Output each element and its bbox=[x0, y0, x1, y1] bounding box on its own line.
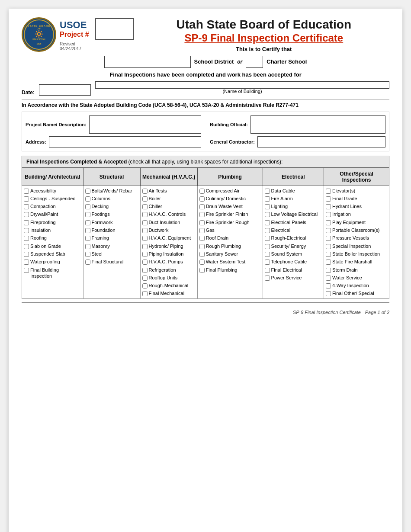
plumbing-checkbox[interactable] bbox=[199, 244, 205, 249]
mechanical-checkbox[interactable] bbox=[142, 236, 148, 241]
mechanical-checkbox[interactable] bbox=[142, 189, 148, 194]
address-input[interactable] bbox=[49, 136, 201, 147]
other-checkbox[interactable] bbox=[326, 196, 331, 202]
list-item: Fire Sprinkler Rough bbox=[199, 218, 261, 226]
structural-checkbox[interactable] bbox=[85, 220, 90, 225]
general-contractor-input[interactable] bbox=[257, 136, 385, 147]
plumbing-checkbox[interactable] bbox=[199, 252, 205, 257]
mechanical-checkbox[interactable] bbox=[142, 244, 148, 249]
plumbing-checkbox[interactable] bbox=[199, 268, 205, 273]
plumbing-checkbox[interactable] bbox=[199, 220, 205, 225]
plumbing-checkbox[interactable] bbox=[199, 228, 205, 233]
electrical-checkbox[interactable] bbox=[265, 276, 270, 281]
list-item: Accessibility bbox=[24, 187, 81, 195]
electrical-checkbox[interactable] bbox=[265, 252, 270, 257]
plumbing-checkbox[interactable] bbox=[199, 212, 205, 217]
list-item: Final Electrical bbox=[265, 266, 322, 274]
other-checkbox[interactable] bbox=[326, 244, 331, 249]
electrical-checkbox[interactable] bbox=[265, 228, 270, 233]
plumbing-checkbox[interactable] bbox=[199, 260, 205, 265]
mechanical-checkbox[interactable] bbox=[142, 228, 148, 233]
project-number-input[interactable] bbox=[95, 18, 134, 40]
plumbing-checkbox[interactable] bbox=[199, 189, 205, 194]
list-item: Hydrant Lines bbox=[326, 202, 387, 210]
other-checkbox[interactable] bbox=[326, 212, 331, 217]
list-item: Special Inspection bbox=[326, 242, 387, 250]
building-checkbox[interactable] bbox=[24, 260, 29, 265]
building-checkbox[interactable] bbox=[24, 252, 29, 257]
structural-checkbox[interactable] bbox=[85, 228, 90, 233]
plumbing-checkbox[interactable] bbox=[199, 204, 205, 209]
other-checkbox[interactable] bbox=[326, 252, 331, 257]
other-checkbox[interactable] bbox=[326, 189, 331, 194]
structural-checkbox[interactable] bbox=[85, 252, 90, 257]
structural-checkbox[interactable] bbox=[85, 236, 90, 241]
electrical-checkbox[interactable] bbox=[265, 268, 270, 273]
mechanical-checkbox[interactable] bbox=[142, 212, 148, 217]
building-checkbox[interactable] bbox=[24, 244, 29, 249]
structural-checkbox[interactable] bbox=[85, 196, 90, 202]
mechanical-checkbox[interactable] bbox=[142, 252, 148, 257]
mechanical-checkbox[interactable] bbox=[142, 196, 148, 202]
mechanical-checkbox[interactable] bbox=[142, 268, 148, 273]
other-checkbox[interactable] bbox=[326, 204, 331, 209]
other-checkbox[interactable] bbox=[326, 220, 331, 225]
structural-checkbox[interactable] bbox=[85, 212, 90, 217]
list-item: Final Mechanical bbox=[142, 289, 196, 297]
other-checkbox[interactable] bbox=[326, 291, 331, 296]
other-checkbox[interactable] bbox=[326, 236, 331, 241]
list-item: Final Plumbing bbox=[199, 266, 261, 274]
building-name-input[interactable] bbox=[95, 81, 389, 89]
school-district-input[interactable] bbox=[104, 56, 191, 68]
building-checkbox[interactable] bbox=[24, 228, 29, 233]
electrical-col: Data CableFire AlarmLightingLow Voltage … bbox=[263, 186, 324, 298]
list-item: Power Service bbox=[265, 274, 322, 282]
charter-school-input[interactable] bbox=[246, 56, 263, 68]
list-item: Lighting bbox=[265, 202, 322, 210]
building-checkbox[interactable] bbox=[24, 189, 29, 194]
other-checkbox[interactable] bbox=[326, 228, 331, 233]
building-checkbox[interactable] bbox=[24, 236, 29, 241]
list-item: Drain Waste Vent bbox=[199, 202, 261, 210]
other-checkbox[interactable] bbox=[326, 276, 331, 281]
list-item: H.V.A.C. Controls bbox=[142, 210, 196, 218]
mechanical-checkbox[interactable] bbox=[142, 220, 148, 225]
project-name-input[interactable] bbox=[89, 115, 201, 134]
mechanical-checkbox[interactable] bbox=[142, 260, 148, 265]
building-checkbox[interactable] bbox=[24, 204, 29, 209]
list-item: Masonry bbox=[85, 242, 138, 250]
other-checkbox[interactable] bbox=[326, 268, 331, 273]
list-item: Rough Plumbing bbox=[199, 242, 261, 250]
electrical-checkbox[interactable] bbox=[265, 204, 270, 209]
mechanical-checkbox[interactable] bbox=[142, 204, 148, 209]
mechanical-checkbox[interactable] bbox=[142, 283, 148, 288]
structural-checkbox[interactable] bbox=[85, 204, 90, 209]
list-item: Refrigeration bbox=[142, 266, 196, 274]
other-checkbox[interactable] bbox=[326, 260, 331, 265]
electrical-checkbox[interactable] bbox=[265, 244, 270, 249]
building-checkbox[interactable] bbox=[24, 220, 29, 225]
list-item: Bolts/Welds/ Rebar bbox=[85, 187, 138, 195]
building-checkbox[interactable] bbox=[24, 268, 29, 273]
building-official-input[interactable] bbox=[250, 115, 385, 134]
mechanical-checkbox[interactable] bbox=[142, 291, 148, 296]
electrical-checkbox[interactable] bbox=[265, 236, 270, 241]
electrical-checkbox[interactable] bbox=[265, 212, 270, 217]
electrical-checkbox[interactable] bbox=[265, 196, 270, 202]
plumbing-checkbox[interactable] bbox=[199, 236, 205, 241]
list-item: Final Structural bbox=[85, 258, 138, 266]
other-checkbox[interactable] bbox=[326, 283, 331, 288]
list-item: Play Equipment bbox=[326, 218, 387, 226]
electrical-checkbox[interactable] bbox=[265, 220, 270, 225]
electrical-checkbox[interactable] bbox=[265, 189, 270, 194]
structural-checkbox[interactable] bbox=[85, 244, 90, 249]
building-checkbox[interactable] bbox=[24, 212, 29, 217]
plumbing-checkbox[interactable] bbox=[199, 196, 205, 202]
structural-checkbox[interactable] bbox=[85, 189, 90, 194]
structural-checkbox[interactable] bbox=[85, 260, 90, 265]
electrical-checkbox[interactable] bbox=[265, 260, 270, 265]
date-input[interactable] bbox=[39, 84, 91, 96]
building-checkbox[interactable] bbox=[24, 196, 29, 202]
mechanical-checkbox[interactable] bbox=[142, 276, 148, 281]
list-item: Compressed Air bbox=[199, 187, 261, 195]
